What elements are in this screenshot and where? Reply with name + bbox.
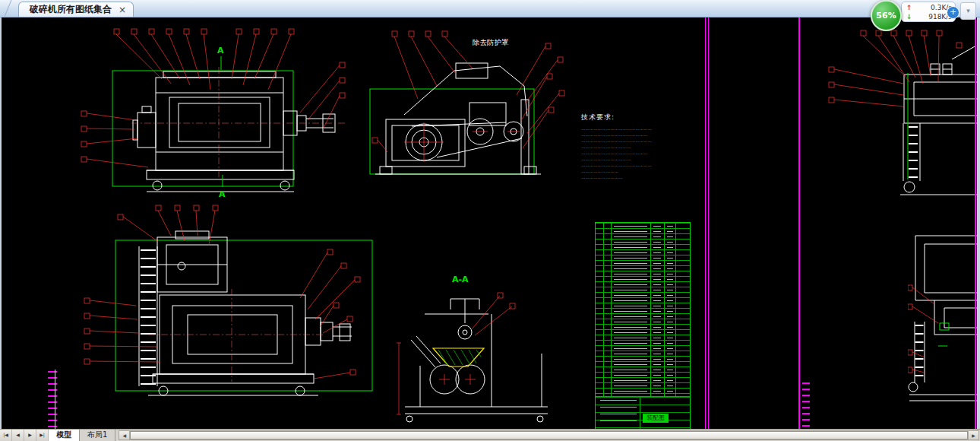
tech-requirement-line: ………………………………	[581, 156, 714, 162]
tech-requirements[interactable]: 技术要求: …………………………………………… ……………………………………………	[581, 113, 714, 180]
corner-decoration	[4, 0, 12, 17]
drawing-canvas[interactable]: A A 除去防护罩	[2, 17, 977, 430]
cad-application-window: 破碎机所有图纸集合 × 56% ↑ 0.3K/s ↓ 918K/s + ▾	[0, 0, 980, 441]
tick-column	[48, 371, 57, 429]
hopper-outline	[433, 348, 484, 366]
tab-close-icon[interactable]: ×	[119, 5, 126, 14]
side-view-drawing[interactable]: 除去防护罩	[365, 27, 574, 182]
scroll-right-button[interactable]: ▶	[968, 431, 978, 439]
viewport-line	[708, 17, 709, 430]
table-text-noise	[667, 226, 673, 394]
leader-lines	[834, 36, 939, 106]
tech-requirement-line: ………………………………	[581, 144, 714, 150]
tech-requirement-line: ……………………………………………	[581, 162, 714, 168]
svg-text:A: A	[219, 189, 226, 199]
scroll-left-button[interactable]: ◀	[119, 431, 130, 439]
leader-lines	[378, 36, 559, 152]
right-bottom-partial-drawing[interactable]	[908, 224, 977, 407]
progress-badge[interactable]: 56%	[871, 0, 902, 31]
parts-table-footer-label: 装配图	[643, 414, 669, 423]
table-text-noise	[614, 226, 647, 394]
viewport-border	[112, 71, 293, 186]
front-view-drawing[interactable]: A A	[72, 23, 365, 201]
right-top-partial-drawing[interactable]	[824, 23, 977, 220]
tick-column	[802, 382, 810, 430]
machine-outline	[909, 236, 977, 401]
viewport-border	[115, 240, 372, 391]
machine-outline	[375, 63, 541, 174]
table-text-noise	[600, 400, 637, 426]
tech-requirement-line: ……………………………………………	[581, 125, 714, 132]
section-aa-label: A-A	[452, 274, 469, 284]
sheet-tab-model[interactable]: 模型	[49, 430, 80, 441]
center-marks	[404, 122, 520, 162]
dimension-balloons	[81, 29, 345, 162]
parts-table[interactable]: 装配图	[595, 222, 691, 430]
tech-requirements-title: 技术要求:	[581, 113, 714, 122]
machine-outline	[133, 71, 335, 192]
add-button[interactable]: +	[947, 6, 959, 19]
hopper-hatch	[438, 350, 481, 365]
nav-first-button[interactable]: |◀	[0, 430, 12, 441]
document-tab-title: 破碎机所有图纸集合	[30, 3, 112, 16]
viewport-line	[705, 17, 706, 430]
tech-requirement-line: …………………………………………	[581, 150, 714, 156]
table-text-noise	[653, 226, 661, 394]
centerlines	[131, 67, 346, 179]
dimension-balloons	[84, 205, 360, 375]
viewport-line	[975, 17, 976, 430]
sheet-tab-layout1[interactable]: 布局1	[80, 430, 115, 441]
tech-requirement-line: …………………………………………	[581, 132, 714, 138]
nav-last-button[interactable]: ▶|	[36, 430, 49, 441]
section-view-drawing[interactable]: A-A	[391, 270, 562, 426]
document-tab[interactable]: 破碎机所有图纸集合 ×	[18, 2, 134, 17]
sheet-tab-bar: |◀ ◀ ▶ ▶| 模型 布局1 ◀ ▶	[0, 429, 980, 441]
document-tab-bar: 破碎机所有图纸集合 ×	[0, 0, 980, 17]
tech-requirement-line: …………………………	[581, 174, 714, 180]
tech-requirement-line: ……………………………………………	[581, 138, 714, 144]
machine-outline	[405, 299, 548, 422]
section-marker: A A	[217, 46, 226, 199]
remove-guard-label: 除去防护罩	[473, 38, 509, 46]
collapse-button[interactable]: ▾	[960, 2, 976, 20]
machine-outline	[139, 231, 352, 395]
parts-table-footer: 装配图	[596, 396, 690, 429]
nav-next-button[interactable]: ▶	[24, 430, 36, 441]
download-arrow-icon: ↓	[906, 12, 912, 21]
tech-requirement-line: ………………………	[581, 168, 714, 174]
h-scroll-thumb[interactable]	[130, 431, 968, 439]
upload-arrow-icon: ↑	[906, 3, 912, 12]
viewport-line	[798, 17, 800, 430]
edge-line	[55, 370, 55, 429]
centerlines	[148, 289, 323, 382]
bottom-front-view-drawing[interactable]	[72, 199, 384, 424]
dimension-balloons	[498, 293, 515, 309]
nav-prev-button[interactable]: ◀	[12, 430, 24, 441]
svg-text:A: A	[217, 46, 224, 56]
table-column-divider	[640, 397, 640, 429]
horizontal-scrollbar[interactable]: ◀ ▶	[119, 430, 979, 440]
dimension-balloons	[908, 285, 912, 373]
